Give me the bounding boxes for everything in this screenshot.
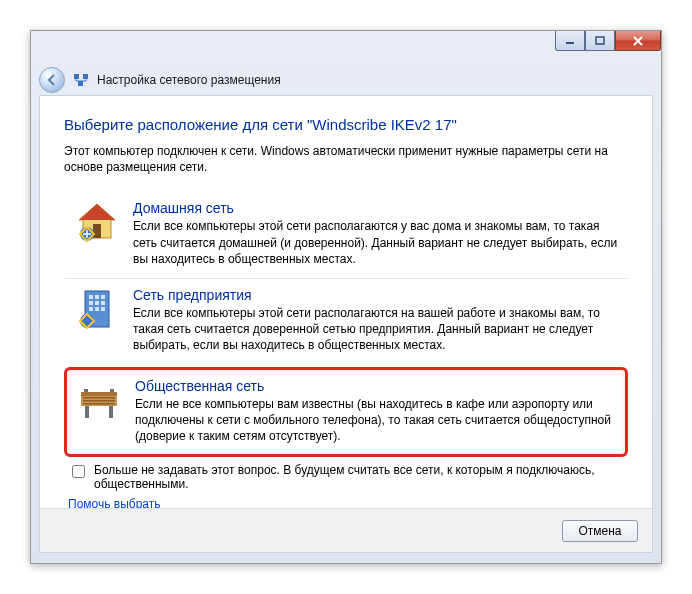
option-public-network[interactable]: Общественная сеть Если не все компьютеры… bbox=[64, 367, 628, 458]
option-work-network[interactable]: Сеть предприятия Если все компьютеры это… bbox=[64, 278, 628, 365]
minimize-icon bbox=[565, 36, 575, 46]
svg-rect-7 bbox=[93, 224, 101, 238]
svg-rect-25 bbox=[83, 400, 115, 402]
svg-rect-3 bbox=[83, 74, 88, 79]
network-icon bbox=[73, 72, 89, 88]
network-options: Домашняя сеть Если все компьютеры этой с… bbox=[64, 191, 628, 457]
minimize-button[interactable] bbox=[555, 31, 585, 51]
window-controls bbox=[555, 31, 661, 51]
svg-rect-15 bbox=[95, 301, 99, 305]
svg-rect-18 bbox=[95, 307, 99, 311]
back-button[interactable] bbox=[39, 67, 65, 93]
svg-rect-27 bbox=[85, 406, 89, 418]
svg-rect-26 bbox=[83, 403, 115, 405]
dialog-footer: Отмена bbox=[40, 508, 652, 552]
dont-ask-checkbox[interactable] bbox=[72, 465, 85, 478]
svg-rect-1 bbox=[596, 37, 604, 44]
svg-rect-2 bbox=[74, 74, 79, 79]
option-home-network[interactable]: Домашняя сеть Если все компьютеры этой с… bbox=[64, 191, 628, 278]
option-description: Если все компьютеры этой сети располагаю… bbox=[133, 305, 619, 354]
svg-rect-28 bbox=[109, 406, 113, 418]
svg-rect-16 bbox=[101, 301, 105, 305]
svg-rect-13 bbox=[101, 295, 105, 299]
dialog-content: Выберите расположение для сети "Windscri… bbox=[39, 95, 653, 553]
maximize-button[interactable] bbox=[585, 31, 615, 51]
svg-rect-30 bbox=[110, 389, 114, 392]
intro-text: Этот компьютер подключен к сети. Windows… bbox=[64, 143, 628, 175]
maximize-icon bbox=[595, 36, 605, 46]
option-title: Домашняя сеть bbox=[133, 200, 619, 216]
svg-point-20 bbox=[80, 314, 94, 328]
svg-rect-29 bbox=[84, 389, 88, 392]
svg-rect-0 bbox=[566, 42, 574, 44]
checkbox-label: Больше не задавать этот вопрос. В будуще… bbox=[94, 463, 628, 491]
svg-rect-14 bbox=[89, 301, 93, 305]
svg-marker-6 bbox=[79, 204, 115, 220]
svg-rect-11 bbox=[89, 295, 93, 299]
arrow-left-icon bbox=[45, 73, 59, 87]
svg-rect-19 bbox=[101, 307, 105, 311]
dialog-window: Настройка сетевого размещения Выберите р… bbox=[30, 30, 662, 564]
option-title: Общественная сеть bbox=[135, 378, 617, 394]
svg-rect-17 bbox=[89, 307, 93, 311]
option-description: Если все компьютеры этой сети располагаю… bbox=[133, 218, 619, 267]
option-title: Сеть предприятия bbox=[133, 287, 619, 303]
svg-rect-24 bbox=[83, 397, 115, 399]
close-button[interactable] bbox=[615, 31, 661, 51]
cancel-button[interactable]: Отмена bbox=[562, 520, 638, 542]
option-description: Если не все компьютеры вам известны (вы … bbox=[135, 396, 617, 445]
close-icon bbox=[632, 35, 644, 47]
page-heading: Выберите расположение для сети "Windscri… bbox=[64, 116, 628, 133]
dialog-title: Настройка сетевого размещения bbox=[97, 73, 281, 87]
dont-ask-checkbox-row[interactable]: Больше не задавать этот вопрос. В будуще… bbox=[68, 463, 628, 491]
public-network-icon bbox=[75, 378, 123, 422]
svg-rect-22 bbox=[81, 392, 117, 396]
dialog-header: Настройка сетевого размещения bbox=[39, 65, 653, 95]
svg-rect-12 bbox=[95, 295, 99, 299]
work-network-icon bbox=[73, 287, 121, 331]
home-network-icon bbox=[73, 200, 121, 244]
